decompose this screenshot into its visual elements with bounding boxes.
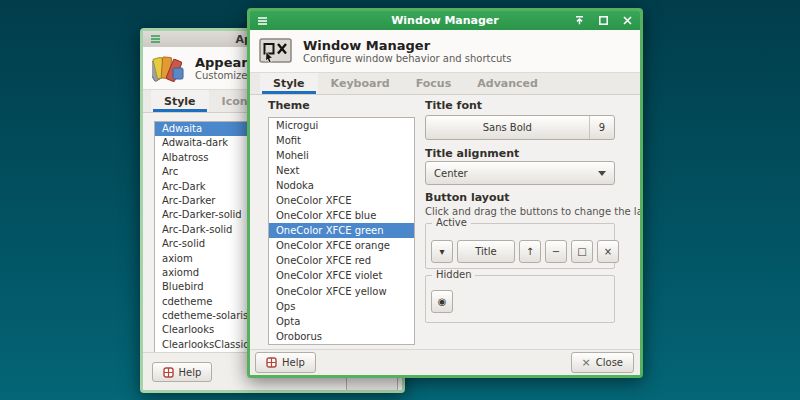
dropdown-arrow-icon bbox=[598, 171, 606, 176]
tab-focus[interactable]: Focus bbox=[403, 73, 465, 94]
close-button[interactable]: × Close bbox=[571, 352, 634, 373]
page-title: Window Manager bbox=[303, 38, 512, 53]
theme-list-item[interactable]: OneColor XFCE green bbox=[269, 223, 414, 238]
help-button-label: Help bbox=[179, 367, 202, 378]
title-alignment-dropdown[interactable]: Center bbox=[425, 161, 615, 185]
title-font-button[interactable]: Sans Bold 9 bbox=[425, 115, 615, 140]
font-size-value: 9 bbox=[589, 116, 614, 139]
button-layout-label: Button layout bbox=[425, 191, 510, 204]
theme-list-item[interactable]: OneColor XFCE blue bbox=[269, 208, 414, 223]
active-buttons-frame: Active ▾ Title ↑ − □ × bbox=[425, 223, 615, 269]
theme-list-item[interactable]: OneColor XFCE orange bbox=[269, 238, 414, 253]
theme-list-item[interactable]: Ops bbox=[269, 299, 414, 314]
help-button[interactable]: Help bbox=[152, 362, 212, 382]
theme-list-item[interactable]: Next bbox=[269, 163, 414, 178]
theme-list-item[interactable]: Nodoka bbox=[269, 178, 414, 193]
layout-stick-button[interactable]: ◉ bbox=[431, 290, 453, 313]
theme-list-item[interactable]: Microgui bbox=[269, 118, 414, 133]
font-name-value: Sans Bold bbox=[426, 122, 589, 133]
maximize-icon[interactable] bbox=[598, 15, 609, 26]
tab-advanced[interactable]: Advanced bbox=[464, 73, 551, 94]
layout-close-button[interactable]: × bbox=[597, 240, 619, 263]
theme-section-label: Theme bbox=[268, 99, 310, 112]
help-button[interactable]: Help bbox=[255, 352, 316, 373]
help-icon bbox=[163, 367, 174, 378]
desktop: Appearance Appearance Customize the look… bbox=[0, 0, 800, 400]
layout-shade-button[interactable]: ↑ bbox=[519, 240, 541, 263]
close-button-label: Close bbox=[596, 357, 623, 368]
layout-maximize-button[interactable]: □ bbox=[571, 240, 593, 263]
title-alignment-value: Center bbox=[434, 168, 468, 179]
appearance-swatches-icon bbox=[152, 53, 185, 84]
window-manager-icon bbox=[259, 36, 293, 66]
theme-list-item[interactable]: OneColor XFCE red bbox=[269, 253, 414, 268]
hamburger-menu-icon[interactable] bbox=[150, 34, 161, 44]
theme-list-item[interactable]: Opta bbox=[269, 314, 414, 329]
hidden-button-row: ◉ bbox=[431, 290, 453, 313]
page-subtitle: Configure window behavior and shortcuts bbox=[303, 53, 512, 65]
button-layout-hint: Click and drag the buttons to change the… bbox=[425, 206, 643, 217]
tab-keyboard[interactable]: Keyboard bbox=[318, 73, 403, 94]
theme-list-item[interactable]: Oroborus bbox=[269, 329, 414, 344]
layout-title-button[interactable]: Title bbox=[457, 240, 515, 263]
title-alignment-label: Title alignment bbox=[425, 147, 519, 160]
theme-list-item[interactable]: OneColor XFCE bbox=[269, 193, 414, 208]
shade-icon[interactable] bbox=[574, 15, 585, 26]
theme-list-item[interactable]: OneColor XFCE violet bbox=[269, 268, 414, 283]
wm-header: Window Manager Configure window behavior… bbox=[250, 30, 640, 72]
close-icon[interactable] bbox=[622, 15, 633, 26]
tab-style[interactable]: Style bbox=[260, 73, 318, 94]
active-button-row: ▾ Title ↑ − □ × bbox=[431, 240, 619, 263]
wm-content: Theme MicroguiMofitMoheliNextNodokaOneCo… bbox=[250, 95, 640, 349]
layout-menu-button[interactable]: ▾ bbox=[431, 240, 453, 263]
theme-list-item[interactable]: Moheli bbox=[269, 148, 414, 163]
wm-titlebar[interactable]: Window Manager bbox=[250, 11, 640, 30]
layout-minimize-button[interactable]: − bbox=[545, 240, 567, 263]
wm-footer: Help × Close bbox=[250, 349, 640, 375]
hidden-buttons-frame: Hidden ◉ bbox=[425, 275, 615, 323]
active-frame-label: Active bbox=[432, 217, 471, 228]
tab-style[interactable]: Style bbox=[151, 90, 209, 112]
title-font-label: Title font bbox=[425, 99, 482, 112]
window-manager-window: Window Manager bbox=[247, 8, 643, 378]
wm-theme-list: MicroguiMofitMoheliNextNodokaOneColor XF… bbox=[268, 117, 415, 345]
hidden-frame-label: Hidden bbox=[432, 269, 475, 280]
close-button-icon: × bbox=[582, 356, 591, 369]
help-icon bbox=[266, 357, 277, 368]
theme-list-item[interactable]: Mofit bbox=[269, 133, 414, 148]
wm-tabbar: Style Keyboard Focus Advanced bbox=[250, 72, 640, 95]
help-button-label: Help bbox=[282, 357, 305, 368]
theme-list-item[interactable]: OneColor XFCE yellow bbox=[269, 284, 414, 299]
hamburger-menu-icon[interactable] bbox=[257, 16, 268, 26]
